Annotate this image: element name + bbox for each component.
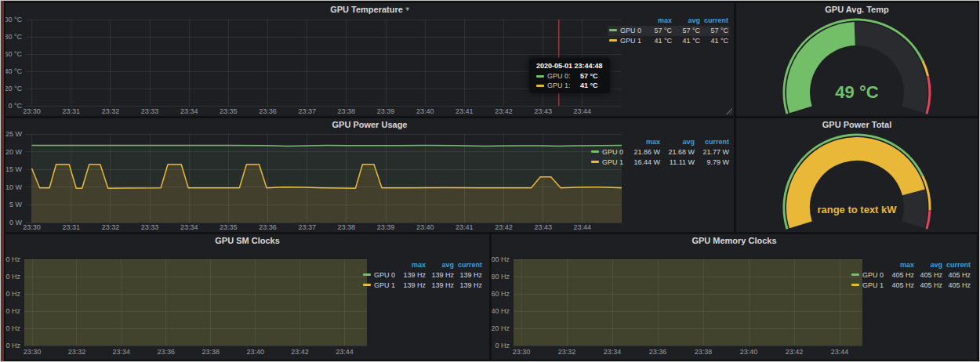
svg-text:23:43: 23:43 [534,107,552,115]
chart-tooltip: 2020-05-01 23:44:48GPU 0:57 °CGPU 1:41 °… [529,58,610,93]
panel-title-gpu-memory-clocks[interactable]: GPU Memory Clocks [492,234,977,246]
legend-column-header[interactable]: max [397,260,426,270]
panel-gpu-power-usage: GPU Power Usage 0 W5 W10 W15 W20 W25 W23… [5,118,734,232]
legend-value: 21.77 W [695,147,729,157]
gpu-power-usage-chart[interactable]: 0 W5 W10 W15 W20 W25 W23:3023:3123:3223:… [5,129,630,232]
legend-series-toggle[interactable]: GPU 1 [609,36,644,46]
legend-series-toggle[interactable]: GPU 0 [609,26,644,36]
legend-series-toggle[interactable]: GPU 0 [851,270,886,281]
legend-series-toggle[interactable]: GPU 1 [363,281,397,291]
svg-text:10 W: 10 W [5,183,22,191]
panel-title-gpu-power-total[interactable]: GPU Power Total [736,118,978,130]
svg-text:60 Hz: 60 Hz [492,290,510,298]
panel-title-text: GPU Temperature [330,5,403,14]
legend-column-header[interactable]: avg [660,137,695,147]
svg-text:25 W: 25 W [5,130,22,138]
legend-value: 139 Hz [397,270,426,281]
svg-text:23:38: 23:38 [338,223,356,231]
svg-text:80 Hz: 80 Hz [5,273,20,281]
legend-column-header[interactable]: current [695,137,729,147]
legend-column-header[interactable]: max [644,16,672,26]
legend-column-header[interactable]: avg [914,260,942,270]
svg-text:23:44: 23:44 [336,348,354,356]
svg-text:15 W: 15 W [5,165,22,173]
legend-series-toggle[interactable]: GPU 0 [591,147,626,157]
legend-column-header[interactable]: current [942,260,971,270]
svg-text:23:32: 23:32 [68,348,86,356]
legend-value: 9.79 W [695,157,729,168]
legend-series-toggle[interactable]: GPU 0 [363,270,397,281]
legend-series-toggle[interactable]: GPU 1 [591,157,626,168]
svg-text:23:30: 23:30 [23,223,41,231]
legend-row: GPU 0139 Hz139 Hz139 Hz [361,270,484,281]
chevron-down-icon: ▾ [406,5,409,13]
svg-text:5 W: 5 W [9,201,23,208]
svg-text:20 Hz: 20 Hz [5,324,20,332]
svg-text:23:37: 23:37 [298,223,316,231]
series-color-marker [536,75,544,78]
panel-gpu-power-total: GPU Power Total range to text kW [736,118,978,232]
series-color-marker [609,29,617,31]
svg-text:23:41: 23:41 [456,223,474,231]
svg-text:23:32: 23:32 [558,348,576,356]
legend-column-header[interactable]: avg [672,16,700,26]
tooltip-series-value: 41 °C [580,81,598,89]
legend-column-header[interactable]: max [626,137,660,147]
dashboard: GPU Temperature ▾ 0 °C20 °C40 °C60 °C80 … [0,0,980,362]
legend-series-toggle[interactable]: GPU 1 [851,281,886,291]
side-accent-strip [1,1,4,361]
legend-value: 405 Hz [886,281,914,291]
panel-title-gpu-avg-temp[interactable]: GPU Avg. Temp [736,3,978,15]
legend-value: 405 Hz [886,270,914,281]
svg-text:100 Hz: 100 Hz [5,255,20,263]
panel-title-text: GPU Power Total [822,120,891,129]
legend-table: maxavgcurrentGPU 0139 Hz139 Hz139 HzGPU … [361,260,484,291]
legend-value: 405 Hz [942,281,971,291]
svg-text:23:43: 23:43 [534,223,552,231]
svg-text:23:34: 23:34 [180,223,198,231]
legend-value: 139 Hz [426,281,454,291]
legend-column-header[interactable]: max [886,260,914,270]
legend-table: maxavgcurrentGPU 021.86 W21.68 W21.77 WG… [590,137,731,168]
svg-text:23:34: 23:34 [113,348,131,356]
svg-text:23:30: 23:30 [513,348,531,356]
tooltip-series-value: 57 °C [580,72,598,80]
panel-title-gpu-sm-clocks[interactable]: GPU SM Clocks [5,234,489,246]
svg-text:20 W: 20 W [5,148,22,156]
panel-title-text: GPU Memory Clocks [691,236,776,245]
svg-text:23:38: 23:38 [338,107,356,115]
panel-title-gpu-temperature[interactable]: GPU Temperature ▾ [5,3,734,15]
legend-value: 11.11 W [660,157,695,168]
legend-column-header[interactable]: current [454,260,482,270]
svg-text:23:38: 23:38 [201,348,220,356]
svg-text:23:35: 23:35 [220,223,238,231]
svg-text:23:30: 23:30 [24,348,42,356]
legend-column-header[interactable]: avg [426,260,454,270]
legend-column-header[interactable]: current [700,16,728,26]
svg-text:23:31: 23:31 [62,223,80,231]
svg-text:23:40: 23:40 [416,107,434,115]
svg-text:23:34: 23:34 [180,107,198,115]
svg-text:23:42: 23:42 [786,348,804,356]
legend-value: 139 Hz [397,281,426,291]
svg-text:23:41: 23:41 [456,107,474,115]
svg-text:23:34: 23:34 [604,348,622,356]
svg-text:23:36: 23:36 [259,107,277,115]
svg-text:23:40: 23:40 [246,348,264,356]
series-color-marker [609,39,617,42]
legend-value: 405 Hz [914,281,942,291]
svg-text:80 °C: 80 °C [5,33,22,41]
panel-title-gpu-power-usage[interactable]: GPU Power Usage [5,118,734,130]
legend-header-row: maxavgcurrent [850,260,972,270]
legend-value: 57 °C [672,26,700,36]
svg-text:23:33: 23:33 [141,107,159,115]
svg-text:23:44: 23:44 [574,107,592,115]
series-color-marker [536,85,544,87]
svg-text:23:44: 23:44 [574,223,592,231]
gpu-memory-clocks-chart[interactable]: 0 Hz20 Hz40 Hz60 Hz80 Hz100 Hz23:3023:32… [492,247,868,357]
svg-text:23:36: 23:36 [158,348,176,356]
svg-text:0 Hz: 0 Hz [5,342,20,349]
gpu-sm-clocks-chart[interactable]: 0 Hz20 Hz40 Hz60 Hz80 Hz100 Hz23:3023:32… [5,247,379,357]
panel-resize-handle[interactable] [725,107,732,114]
svg-text:23:39: 23:39 [377,223,395,231]
